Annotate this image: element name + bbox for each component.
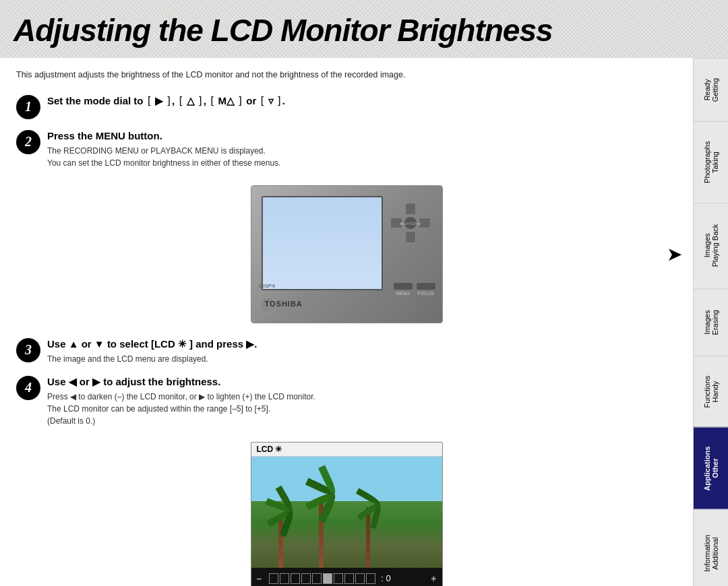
- camera-image-wrapper: ◀ ENTER ▶ MENU FOCUS: [16, 178, 677, 330]
- camera-screen: [262, 196, 383, 290]
- step-1-number: 1: [16, 95, 40, 119]
- step-4-title: Use ◀ or ▶ to adjust the brightness.: [47, 375, 677, 389]
- bar-seg-4: [301, 573, 311, 584]
- bar-seg-9: [355, 573, 365, 584]
- main-content: This adjustment adjusts the brightness o…: [0, 58, 728, 586]
- camera-controls: ◀ ENTER ▶: [390, 203, 434, 247]
- menu-btn-label: MENU: [394, 291, 413, 296]
- bar-seg-7: [334, 573, 343, 584]
- bar-seg-10: [366, 573, 375, 584]
- step-3: 3 Use ▲ or ▼ to select [LCD ✳ ] and pres…: [16, 337, 677, 365]
- lcd-photo-area: [251, 457, 442, 568]
- enter-label: ◀ ENTER ▶: [399, 220, 422, 225]
- leaf-3-2: [355, 488, 380, 506]
- sidebar-item-playing-back[interactable]: Playing Back Images: [694, 203, 728, 288]
- sidebar-item-erasing[interactable]: Erasing Images: [694, 288, 728, 356]
- dpad: ◀ ENTER ▶: [390, 203, 431, 243]
- bar-seg-2: [280, 573, 289, 584]
- disp-label: DISP/i: [260, 283, 275, 289]
- camera-body: ◀ ENTER ▶ MENU FOCUS: [251, 186, 442, 323]
- focus-btn-rect: [417, 283, 435, 290]
- brightness-bar: : 0: [269, 573, 423, 584]
- step-1-title: Set the mode dial to [ ▶ ], [ △ ], [ M△ …: [47, 94, 677, 108]
- bar-seg-6: [323, 573, 332, 584]
- step-2-content: Press the MENU button. The RECORDING MEN…: [47, 129, 677, 169]
- step-4-desc: Press ◀ to darken (–) the LCD monitor, o…: [47, 391, 677, 427]
- step-2-desc: The RECORDING MENU or PLAYBACK MENU is d…: [47, 145, 677, 169]
- sidebar-item-other-apps[interactable]: Other Applications: [694, 427, 728, 509]
- sidebar-item-taking-photos[interactable]: Taking Photographs: [694, 121, 728, 203]
- step-3-number: 3: [16, 338, 40, 362]
- left-panel: This adjustment adjusts the brightness o…: [0, 58, 693, 586]
- dpad-down: [405, 231, 416, 243]
- page-header: Adjusting the LCD Monitor Brightness: [0, 0, 728, 58]
- bar-value: : 0: [381, 573, 390, 583]
- camera-icons-row: ▤ 🗑: [415, 292, 435, 304]
- step-1-content: Set the mode dial to [ ▶ ], [ △ ], [ M△ …: [47, 94, 677, 110]
- sidebar-item-getting-ready[interactable]: Getting Ready: [694, 58, 728, 121]
- palm-tree-2: [319, 500, 324, 568]
- right-section: Getting Ready Taking Photographs Playing…: [693, 58, 728, 586]
- dpad-center: ◀ ENTER ▶: [404, 216, 417, 230]
- palm-tree-3: [366, 507, 370, 568]
- plus-label: +: [431, 573, 436, 584]
- step-2: 2 Press the MENU button. The RECORDING M…: [16, 129, 677, 169]
- camera-arrow: ➤: [667, 243, 682, 265]
- dpad-up: [405, 203, 416, 215]
- camera-icon-2: 🗑: [429, 295, 435, 302]
- step-4-number: 4: [16, 376, 40, 400]
- step-1: 1 Set the mode dial to [ ▶ ], [ △ ], [ M…: [16, 94, 677, 119]
- step-3-content: Use ▲ or ▼ to select [LCD ✳ ] and press …: [47, 337, 677, 365]
- lcd-header: LCD ✳: [251, 443, 442, 457]
- step-2-number: 2: [16, 130, 40, 154]
- camera-screen-bg: [263, 197, 382, 289]
- sidebar-item-additional[interactable]: Additional Information: [694, 509, 728, 586]
- page-wrapper: Adjusting the LCD Monitor Brightness Thi…: [0, 0, 728, 586]
- bar-seg-8: [344, 573, 354, 584]
- step-4: 4 Use ◀ or ▶ to adjust the brightness. P…: [16, 375, 677, 427]
- lcd-display-image: LCD ✳: [251, 442, 443, 586]
- sidebar: Getting Ready Taking Photographs Playing…: [693, 58, 728, 586]
- step-4-content: Use ◀ or ▶ to adjust the brightness. Pre…: [47, 375, 677, 427]
- bar-seg-1: [269, 573, 278, 584]
- lcd-bottom-bar: – : 0: [251, 568, 442, 586]
- bar-seg-5: [312, 573, 322, 584]
- menu-btn-area: MENU: [394, 283, 413, 296]
- lcd-header-text: LCD ✳: [257, 445, 282, 454]
- menu-btn-rect: [394, 283, 413, 290]
- intro-text: This adjustment adjusts the brightness o…: [16, 69, 677, 82]
- lcd-image-wrapper: LCD ✳: [16, 436, 677, 586]
- step-3-desc: The image and the LCD menu are displayed…: [47, 353, 677, 365]
- camera-image: ◀ ENTER ▶ MENU FOCUS: [251, 185, 443, 323]
- toshiba-brand: TOSHIBA: [265, 300, 303, 308]
- palm-tree-1: [278, 514, 283, 568]
- camera-icon-1: ▤: [415, 295, 421, 302]
- page-title: Adjusting the LCD Monitor Brightness: [0, 0, 728, 58]
- step-3-title: Use ▲ or ▼ to select [LCD ✳ ] and press …: [47, 337, 677, 351]
- bar-seg-3: [291, 573, 300, 584]
- sidebar-item-handy[interactable]: Handy Functions: [694, 356, 728, 427]
- step-2-title: Press the MENU button.: [47, 129, 677, 143]
- minus-label: –: [257, 573, 262, 584]
